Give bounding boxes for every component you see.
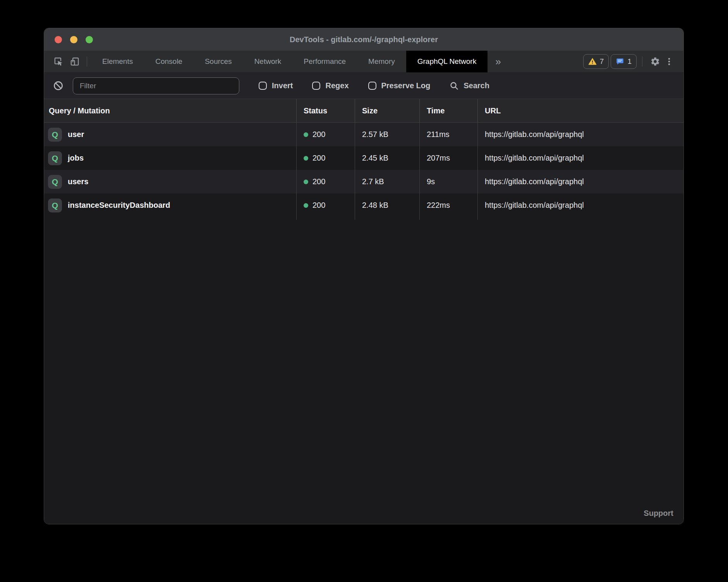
device-toolbar-button[interactable] xyxy=(67,53,83,70)
url-value: https://gitlab.com/api/graphql xyxy=(478,146,683,170)
more-tabs-button[interactable]: » xyxy=(488,56,508,67)
issues-count: 1 xyxy=(627,57,632,66)
tab-console[interactable]: Console xyxy=(144,51,194,72)
url-value: https://gitlab.com/api/graphql xyxy=(478,193,683,217)
time-value: 211ms xyxy=(420,123,478,146)
time-value: 9s xyxy=(420,170,478,193)
preserve-log-checkbox[interactable]: Preserve Log xyxy=(368,81,431,90)
tab-elements[interactable]: Elements xyxy=(91,51,144,72)
query-name: instanceSecurityDashboard xyxy=(68,201,170,210)
close-button[interactable] xyxy=(55,36,62,43)
support-link[interactable]: Support xyxy=(644,509,673,518)
inspect-element-button[interactable] xyxy=(50,53,67,70)
query-name: user xyxy=(68,130,84,139)
clear-button[interactable] xyxy=(52,78,64,94)
tab-sources[interactable]: Sources xyxy=(194,51,243,72)
size-value: 2.7 kB xyxy=(355,170,420,193)
filter-toolbar: Invert Regex Preserve Log Search xyxy=(44,73,683,99)
warnings-badge[interactable]: 7 xyxy=(583,54,609,69)
status-ok-dot xyxy=(304,132,308,137)
devtools-tabbar: Elements Console Sources Network Perform… xyxy=(44,51,683,73)
search-icon xyxy=(450,81,459,91)
column-header-status: Status xyxy=(297,99,355,122)
device-toolbar-icon xyxy=(70,56,80,67)
tab-network[interactable]: Network xyxy=(243,51,293,72)
regex-checkbox[interactable]: Regex xyxy=(312,81,349,90)
url-value: https://gitlab.com/api/graphql xyxy=(478,123,683,146)
size-value: 2.48 kB xyxy=(355,193,420,217)
invert-checkbox[interactable]: Invert xyxy=(259,81,293,90)
issues-badge[interactable]: 1 xyxy=(611,54,637,69)
status-code: 200 xyxy=(312,154,325,163)
query-name: jobs xyxy=(68,154,84,163)
column-header-size: Size xyxy=(355,99,420,122)
status-ok-dot xyxy=(304,156,308,161)
devtools-window: DevTools - gitlab.com/-/graphql-explorer xyxy=(44,28,684,524)
column-divider-stub xyxy=(44,217,683,220)
more-options-button[interactable] xyxy=(663,53,676,70)
time-value: 207ms xyxy=(420,146,478,170)
query-type-badge: Q xyxy=(48,128,62,142)
search-label: Search xyxy=(464,81,489,90)
search-toggle[interactable]: Search xyxy=(450,81,489,91)
zoom-button[interactable] xyxy=(86,36,93,43)
inspect-cursor-icon xyxy=(53,56,64,67)
query-type-badge: Q xyxy=(48,175,62,189)
size-value: 2.45 kB xyxy=(355,146,420,170)
status-ok-dot xyxy=(304,203,308,208)
gear-icon xyxy=(650,56,660,67)
table-row[interactable]: Q user 200 2.57 kB 211ms https://gitlab.… xyxy=(44,123,683,146)
column-header-query: Query / Mutation xyxy=(44,99,297,122)
filter-input[interactable] xyxy=(73,77,239,94)
status-code: 200 xyxy=(312,201,325,210)
tabbar-right-cluster: 7 1 xyxy=(583,53,676,70)
table-header: Query / Mutation Status Size Time URL xyxy=(44,99,683,123)
tab-performance[interactable]: Performance xyxy=(292,51,357,72)
panel-tabs: Elements Console Sources Network Perform… xyxy=(91,51,488,72)
query-name: users xyxy=(68,177,88,186)
settings-button[interactable] xyxy=(648,53,663,70)
status-ok-dot xyxy=(304,180,308,184)
titlebar: DevTools - gitlab.com/-/graphql-explorer xyxy=(44,28,683,51)
table-body: Q user 200 2.57 kB 211ms https://gitlab.… xyxy=(44,123,683,217)
warning-triangle-icon xyxy=(588,57,597,66)
window-title: DevTools - gitlab.com/-/graphql-explorer xyxy=(44,35,683,44)
size-value: 2.57 kB xyxy=(355,123,420,146)
query-type-badge: Q xyxy=(48,199,62,212)
message-bubble-icon xyxy=(616,57,624,66)
url-value: https://gitlab.com/api/graphql xyxy=(478,170,683,193)
kebab-menu-icon xyxy=(664,57,674,66)
status-code: 200 xyxy=(312,177,325,186)
table-row[interactable]: Q users 200 2.7 kB 9s https://gitlab.com… xyxy=(44,170,683,193)
table-row[interactable]: Q jobs 200 2.45 kB 207ms https://gitlab.… xyxy=(44,146,683,170)
warnings-count: 7 xyxy=(600,57,604,66)
minimize-button[interactable] xyxy=(70,36,77,43)
panel-body: Support xyxy=(44,220,683,524)
traffic-lights xyxy=(44,36,93,43)
column-header-time: Time xyxy=(420,99,478,122)
query-type-badge: Q xyxy=(48,151,62,165)
tab-graphql-network[interactable]: GraphQL Network xyxy=(406,51,488,72)
table-row[interactable]: Q instanceSecurityDashboard 200 2.48 kB … xyxy=(44,193,683,217)
column-header-url: URL xyxy=(478,99,683,122)
tab-memory[interactable]: Memory xyxy=(357,51,406,72)
block-icon xyxy=(53,80,64,91)
status-code: 200 xyxy=(312,130,325,139)
tabbar-divider xyxy=(642,56,642,67)
tabbar-divider xyxy=(87,56,87,67)
time-value: 222ms xyxy=(420,193,478,217)
